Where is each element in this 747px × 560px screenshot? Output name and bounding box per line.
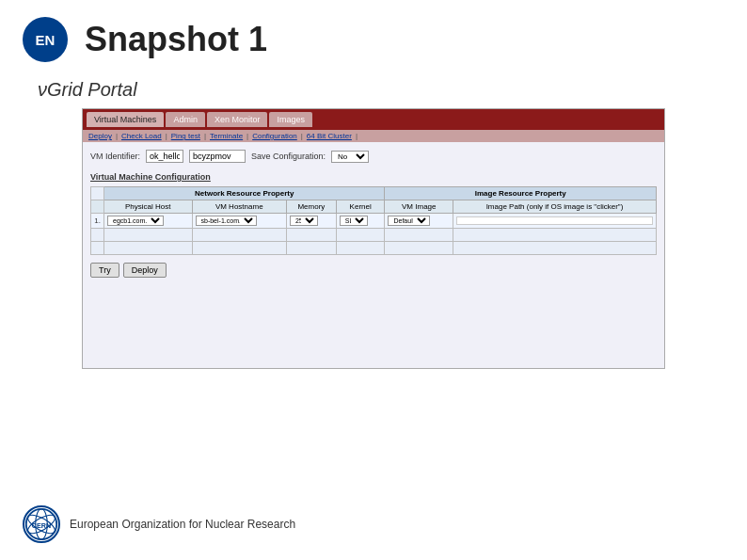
save-config-select[interactable]: No Yes: [331, 151, 369, 163]
portal-mockup: Virtual Machines Admin Xen Monitor Image…: [82, 108, 665, 369]
header: EN Snapshot 1: [0, 0, 747, 79]
sub-nav-deploy[interactable]: Deploy: [88, 132, 112, 140]
tab-images[interactable]: Images: [269, 112, 312, 127]
section-header-image: Image Resource Property: [385, 187, 657, 200]
col-physical-host: Physical Host: [104, 200, 193, 214]
vm-image-select[interactable]: Default: [388, 216, 430, 226]
tab-admin[interactable]: Admin: [166, 112, 205, 127]
cell-kernel: SLC5 SLC4: [336, 214, 385, 229]
sub-nav-configuration[interactable]: Configuration: [252, 132, 297, 140]
en-badge: EN: [23, 17, 68, 62]
sub-nav-check-load[interactable]: Check Load: [121, 132, 162, 140]
table-row-empty1: [91, 229, 657, 242]
portal-body: VM Identifier: Save Configuration: No Ye…: [83, 142, 664, 368]
main-content: νGrid Portal Virtual Machines Admin Xen …: [0, 79, 747, 369]
cell-image-path: [453, 214, 657, 229]
table-row: 1. egcb1.com.ct sb-bel-1.com.cr: [91, 214, 657, 229]
sub-nav-64bit-cluster[interactable]: 64 Bit Cluster: [307, 132, 352, 140]
kernel-select[interactable]: SLC5 SLC4: [340, 216, 368, 226]
nav-bar: Virtual Machines Admin Xen Monitor Image…: [83, 109, 664, 130]
vm-config-table: Network Resource Property Image Resource…: [90, 186, 657, 255]
cell-vm-image: Default: [385, 214, 453, 229]
table-row-empty2: [91, 242, 657, 255]
try-button[interactable]: Try: [90, 263, 119, 278]
save-config-label: Save Configuration:: [251, 152, 326, 161]
cell-physical-host: egcb1.com.ct: [104, 214, 193, 229]
vm-identifier-label: VM Identifier:: [90, 152, 140, 161]
tab-xen-monitor[interactable]: Xen Monitor: [207, 112, 268, 127]
col-kernel: Kernel: [336, 200, 385, 214]
col-image-path: Image Path (only if OS image is "clicker…: [453, 200, 657, 214]
row-num: 1.: [91, 214, 104, 229]
section-header-network: Network Resource Property: [104, 187, 385, 200]
svg-text:CERN: CERN: [32, 521, 51, 530]
button-row: Try Deploy: [90, 263, 657, 278]
sub-nav-ping-test[interactable]: Ping test: [171, 132, 200, 140]
col-vm-hostname: VM Hostname: [192, 200, 286, 214]
sub-nav-terminate[interactable]: Terminate: [210, 132, 243, 140]
deploy-button[interactable]: Deploy: [123, 263, 167, 278]
cell-memory: 256 512 1024: [286, 214, 336, 229]
col-vm-image: VM Image: [385, 200, 453, 214]
page-title: Snapshot 1: [85, 20, 267, 59]
tab-virtual-machines[interactable]: Virtual Machines: [87, 112, 164, 127]
vm-identifier-row: VM Identifier: Save Configuration: No Ye…: [90, 150, 657, 163]
portal-title: νGrid Portal: [38, 79, 709, 101]
sub-nav: Deploy | Check Load | Ping test | Termin…: [83, 130, 664, 142]
cern-logo: CERN: [23, 505, 60, 543]
footer-org-text: European Organization for Nuclear Resear…: [70, 518, 295, 531]
memory-select[interactable]: 256 512 1024: [290, 216, 318, 226]
image-path-input[interactable]: [456, 216, 653, 225]
col-memory: Memory: [286, 200, 336, 214]
physical-host-select[interactable]: egcb1.com.ct: [107, 216, 164, 226]
footer: CERN European Organization for Nuclear R…: [23, 505, 295, 543]
vm-id-input2[interactable]: [189, 150, 246, 163]
vm-hostname-select[interactable]: sb-bel-1.com.cr: [196, 216, 257, 226]
vm-id-input1[interactable]: [146, 150, 183, 163]
cell-vm-hostname: sb-bel-1.com.cr: [192, 214, 286, 229]
vm-config-heading: Virtual Machine Configuration: [90, 172, 657, 182]
